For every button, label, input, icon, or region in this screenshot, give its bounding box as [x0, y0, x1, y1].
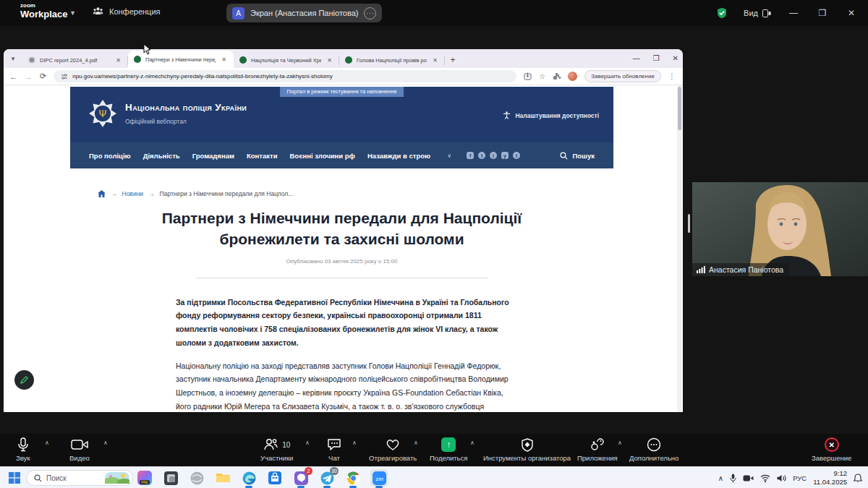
language-indicator[interactable]: РУС — [793, 474, 807, 482]
taskbar-clock[interactable]: 9:12 11.04.2025 — [813, 469, 847, 487]
tray-camera-icon[interactable] — [743, 474, 754, 482]
taskbar-file-explorer[interactable] — [214, 469, 231, 487]
taskbar-store[interactable] — [266, 469, 284, 487]
url-text: npu.gov.ua/news/partnery-z-nimechchyny-p… — [72, 73, 333, 80]
host-tools-button[interactable]: Инструменты организатора — [483, 437, 571, 462]
home-icon[interactable] — [98, 190, 106, 197]
tray-chevron-up-icon[interactable]: ∧ — [718, 474, 723, 482]
taskbar-chrome[interactable] — [344, 469, 362, 487]
participants-label: Участники — [260, 454, 293, 462]
system-tray: ∧ РУС 9:12 11.04.2025 — [718, 467, 862, 488]
tab-close-icon[interactable]: ✕ — [220, 56, 228, 63]
browser-menu-kebab-icon[interactable]: ⋮ — [668, 72, 676, 80]
start-button[interactable] — [6, 469, 23, 487]
browser-restore-button[interactable]: ❐ — [653, 54, 660, 62]
browser-tab-redcross[interactable]: Нацполіція та Червоний Хрес... ✕ — [234, 52, 339, 68]
meeting-tab[interactable]: Конференция — [93, 7, 160, 16]
screen-options-icon[interactable]: ··· — [364, 7, 376, 20]
nav-chevron-down-icon[interactable]: ∨ — [447, 153, 451, 159]
browser-tab-head[interactable]: Голова Нацполіції провів роб... ✕ — [339, 52, 445, 68]
site-brand[interactable]: Ψ Національна поліція України Офіційний … — [89, 100, 247, 127]
share-chevron-icon[interactable]: ∧ — [470, 440, 475, 446]
forward-icon[interactable]: → — [25, 72, 33, 81]
breadcrumb-news-link[interactable]: Новини — [122, 190, 144, 197]
shared-screen-label: Экран (Анастасия Паніотова) — [250, 9, 358, 17]
taskbar-edge[interactable] — [240, 469, 258, 487]
share-button[interactable]: ↑ Поделиться — [430, 437, 467, 462]
taskbar-viber[interactable]: 2 — [292, 469, 310, 487]
youtube-icon[interactable]: y — [501, 152, 509, 159]
page-scrollbar[interactable] — [677, 85, 682, 412]
react-chevron-icon[interactable]: ∧ — [414, 440, 418, 446]
taskbar-browser-gray-app[interactable] — [188, 469, 205, 487]
tab-close-icon[interactable]: ✕ — [114, 57, 122, 64]
chat-chevron-icon[interactable]: ∧ — [352, 440, 357, 446]
end-meeting-button[interactable]: ✕ Завершение — [812, 437, 851, 462]
search-highlight-image[interactable] — [105, 472, 129, 484]
apps-button[interactable]: Приложения — [577, 437, 618, 462]
webcam-video-tile[interactable]: Анастасия Паніотова — [692, 182, 868, 276]
taskbar-copilot-pre-app[interactable]: PRE — [136, 469, 153, 487]
accessibility-settings-button[interactable]: Налаштування доступності — [503, 111, 599, 119]
webcam-drag-handle[interactable] — [688, 214, 690, 233]
taskbar-widgets-app[interactable] — [162, 469, 179, 487]
telegram-icon[interactable]: t — [513, 152, 520, 159]
site-info-icon[interactable] — [61, 73, 68, 80]
security-shield-icon[interactable] — [716, 7, 728, 19]
workspace-chevron-down-icon[interactable]: ▼ — [69, 9, 76, 17]
toolbar-actions: ☆ Завершить обновление ⋮ — [524, 70, 676, 82]
facebook-icon[interactable]: f — [467, 152, 474, 159]
react-button[interactable]: Отреагировать — [369, 437, 417, 462]
participants-button[interactable]: 10 Участники — [260, 437, 293, 462]
bookmark-star-icon[interactable]: ☆ — [539, 72, 545, 80]
video-button[interactable]: Видео — [69, 437, 90, 462]
tab-close-icon[interactable]: ✕ — [431, 57, 439, 64]
tab-search-chevron-icon[interactable]: ▾ — [4, 49, 22, 68]
back-icon[interactable]: ← — [9, 72, 17, 81]
nav-citizens[interactable]: Громадянам — [192, 152, 234, 160]
pencil-icon — [20, 375, 29, 385]
notifications-bell-icon[interactable] — [854, 474, 862, 483]
save-share-icon[interactable] — [524, 72, 532, 80]
instagram-icon[interactable]: i — [490, 152, 497, 159]
close-button[interactable]: ✕ — [845, 8, 858, 18]
tab-close-icon[interactable]: ✕ — [326, 57, 333, 64]
nav-activity[interactable]: Діяльність — [143, 152, 180, 160]
chat-button[interactable]: Чат — [327, 437, 341, 462]
extensions-icon[interactable] — [553, 72, 561, 80]
restore-button[interactable]: ❐ — [816, 8, 829, 18]
participants-chevron-icon[interactable]: ∧ — [305, 440, 310, 446]
shared-screen-tab[interactable]: A Экран (Анастасия Паніотова) ··· — [226, 4, 382, 22]
video-chevron-icon[interactable]: ∧ — [103, 440, 108, 446]
taskbar-zoom-active[interactable]: zm — [370, 469, 388, 487]
article-divider — [196, 278, 488, 278]
annotate-button[interactable] — [14, 370, 34, 390]
address-bar[interactable]: npu.gov.ua/news/partnery-z-nimechchyny-p… — [54, 70, 516, 82]
taskbar-search-box[interactable]: Поиск — [26, 470, 133, 486]
audio-button[interactable]: Звук — [16, 437, 30, 462]
finish-update-button[interactable]: Завершить обновление — [584, 70, 661, 82]
apps-chevron-icon[interactable]: ∧ — [618, 440, 622, 446]
browser-close-button[interactable]: ✕ — [673, 54, 678, 62]
taskbar-telegram[interactable]: 30 — [318, 469, 336, 487]
view-button[interactable]: Вид — [744, 9, 771, 17]
audio-chevron-icon[interactable]: ∧ — [45, 440, 49, 446]
minimize-button[interactable]: — — [787, 8, 800, 18]
nav-forever-in-service[interactable]: Назавжди в строю — [367, 152, 430, 160]
twitter-icon[interactable]: t — [478, 152, 485, 159]
nav-about-police[interactable]: Про поліцію — [89, 152, 131, 160]
scrollbar-thumb[interactable] — [678, 87, 681, 130]
end-meeting-icon: ✕ — [825, 437, 839, 452]
tray-volume-icon[interactable] — [777, 474, 786, 482]
site-search-button[interactable]: Пошук — [560, 152, 595, 160]
reload-icon[interactable]: ⟳ — [40, 72, 46, 81]
profile-avatar-icon[interactable] — [568, 72, 577, 81]
nav-war-crimes[interactable]: Воєнні злочини рф — [290, 152, 355, 160]
browser-minimize-button[interactable]: — — [633, 54, 640, 62]
new-tab-button[interactable]: + — [445, 52, 461, 68]
nav-contacts[interactable]: Контакти — [247, 152, 278, 160]
more-button[interactable]: Дополнительно — [629, 437, 678, 462]
browser-tab-pdf[interactable]: DIPC report 2024_4.pdf ✕ — [22, 52, 128, 68]
tray-mic-icon[interactable] — [730, 474, 736, 483]
tray-wifi-icon[interactable] — [760, 474, 770, 482]
